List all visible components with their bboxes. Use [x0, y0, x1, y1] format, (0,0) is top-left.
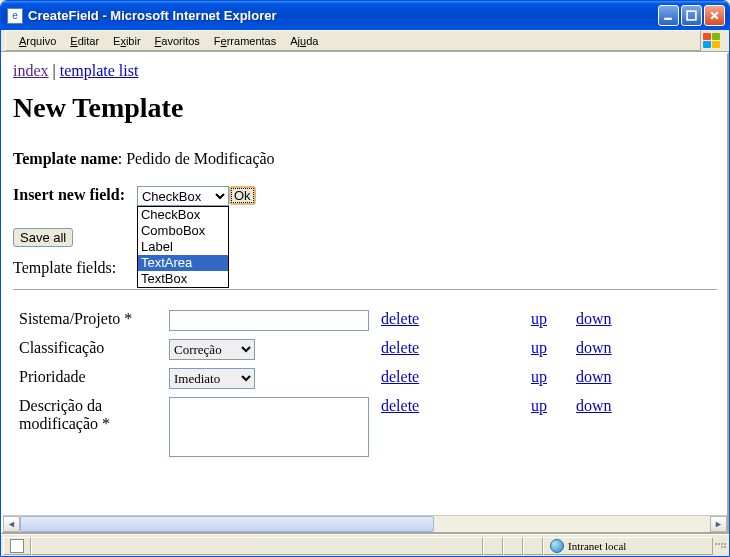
menu-ajuda[interactable]: Ajuda: [283, 33, 325, 49]
insert-field-line: Insert new field: CheckBox CheckBox Comb…: [13, 186, 717, 206]
resize-grip[interactable]: [713, 542, 727, 549]
window: e CreateField - Microsoft Internet Explo…: [0, 0, 730, 557]
status-zone-text: Intranet local: [568, 540, 626, 552]
menu-exibir[interactable]: Exibir: [106, 33, 148, 49]
dropdown-option-label[interactable]: Label: [138, 239, 228, 255]
dropdown-option-checkbox[interactable]: CheckBox: [138, 207, 228, 223]
status-doc-icon-cell: [3, 537, 31, 555]
insert-field-label: Insert new field:: [13, 186, 125, 203]
up-link[interactable]: up: [531, 368, 547, 385]
menu-ajuda-label: da: [306, 35, 318, 47]
down-link[interactable]: down: [576, 310, 612, 327]
field-label: Sistema/Projeto *: [13, 306, 163, 335]
menu-favoritos-label: avoritos: [161, 35, 200, 47]
menu-ferramentas[interactable]: Ferramentas: [207, 33, 283, 49]
window-title: CreateField - Microsoft Internet Explore…: [28, 8, 658, 23]
scroll-track[interactable]: [20, 516, 710, 532]
statusbar: Intranet local: [1, 534, 729, 556]
field-select[interactable]: Imediato: [169, 368, 255, 389]
status-empty-3: [523, 537, 543, 555]
separator: [13, 289, 717, 290]
maximize-button[interactable]: [681, 5, 702, 26]
table-row: Descrição da modificação * delete up dow…: [13, 393, 717, 465]
delete-link[interactable]: delete: [381, 368, 419, 385]
field-label: Descrição da modificação *: [13, 393, 163, 465]
ok-button[interactable]: Ok: [229, 186, 256, 205]
delete-link[interactable]: delete: [381, 339, 419, 356]
breadcrumb-template-list-link[interactable]: template list: [60, 62, 139, 79]
template-fields-label: Template fields:: [13, 259, 717, 277]
dropdown-option-textarea[interactable]: TextArea: [138, 255, 228, 271]
breadcrumb-sep: |: [49, 62, 60, 79]
horizontal-scrollbar[interactable]: ◄ ►: [3, 515, 727, 532]
field-textarea[interactable]: [169, 397, 369, 457]
table-row: Classificação Correção delete up down: [13, 335, 717, 364]
status-empty-1: [483, 537, 503, 555]
menu-arquivo-label: rquivo: [26, 35, 56, 47]
field-label: Classificação: [13, 335, 163, 364]
menu-editar-label: ditar: [78, 35, 99, 47]
delete-link[interactable]: delete: [381, 310, 419, 327]
table-row: Sistema/Projeto * delete up down: [13, 306, 717, 335]
svg-rect-1: [687, 11, 696, 20]
content-area: index | template list New Template Templ…: [1, 52, 729, 534]
scroll-right-button[interactable]: ►: [710, 516, 727, 532]
menu-exibir-label: ibir: [126, 35, 141, 47]
breadcrumb: index | template list: [13, 62, 717, 80]
table-row: Prioridade Imediato delete up down: [13, 364, 717, 393]
field-select[interactable]: Correção: [169, 339, 255, 360]
document-icon: [10, 539, 24, 553]
titlebar: e CreateField - Microsoft Internet Explo…: [1, 1, 729, 30]
field-type-select[interactable]: CheckBox: [137, 186, 229, 206]
status-spacer: [31, 537, 483, 555]
up-link[interactable]: up: [531, 339, 547, 356]
scroll-left-button[interactable]: ◄: [3, 516, 20, 532]
field-label: Prioridade: [13, 364, 163, 393]
template-name-value: Pedido de Modificação: [126, 150, 274, 167]
dropdown-option-combobox[interactable]: ComboBox: [138, 223, 228, 239]
down-link[interactable]: down: [576, 397, 612, 414]
close-button[interactable]: [704, 5, 725, 26]
minimize-button[interactable]: [658, 5, 679, 26]
up-link[interactable]: up: [531, 310, 547, 327]
field-text-input[interactable]: [169, 310, 369, 331]
globe-icon: [550, 539, 564, 553]
menu-favoritos[interactable]: Favoritos: [148, 33, 207, 49]
status-empty-2: [503, 537, 523, 555]
field-type-dropdown-list: CheckBox ComboBox Label TextArea TextBox: [137, 206, 229, 288]
template-name-line: Template name: Pedido de Modificação: [13, 150, 717, 168]
up-link[interactable]: up: [531, 397, 547, 414]
save-all-button[interactable]: Save all: [13, 228, 73, 247]
svg-rect-0: [664, 18, 672, 20]
delete-link[interactable]: delete: [381, 397, 419, 414]
ie-page-icon: e: [7, 8, 23, 24]
dropdown-option-textbox[interactable]: TextBox: [138, 271, 228, 287]
page-title: New Template: [13, 92, 717, 124]
template-name-label: Template name: [13, 150, 118, 167]
menubar: Arquivo Editar Exibir Favoritos Ferramen…: [1, 30, 729, 52]
breadcrumb-index-link[interactable]: index: [13, 62, 49, 79]
down-link[interactable]: down: [576, 339, 612, 356]
menu-editar[interactable]: Editar: [63, 33, 106, 49]
menu-arquivo[interactable]: Arquivo: [12, 33, 63, 49]
fields-table: Sistema/Projeto * delete up down Classif…: [13, 306, 717, 465]
menu-ferramentas-label: rramentas: [227, 35, 277, 47]
windows-flag-icon: [701, 31, 725, 51]
status-zone: Intranet local: [543, 537, 713, 555]
down-link[interactable]: down: [576, 368, 612, 385]
scroll-thumb[interactable]: [20, 516, 434, 532]
